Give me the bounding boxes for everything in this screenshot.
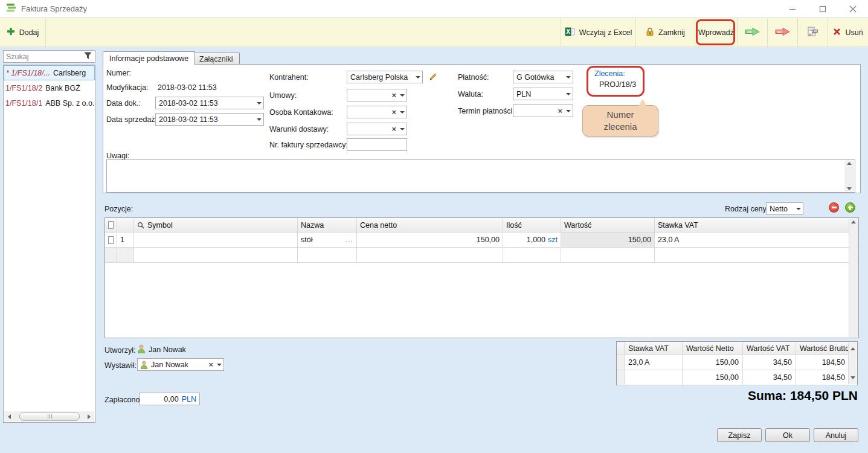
- clear-x-icon[interactable]: ×: [556, 107, 564, 115]
- chevron-down-icon[interactable]: [214, 359, 223, 370]
- vat-col-vat: Wartość VAT: [743, 342, 796, 355]
- svg-text:FSK: FSK: [812, 30, 818, 33]
- scrollbar-thumb[interactable]: [19, 412, 80, 421]
- warunki-dostawy-dropdown[interactable]: ×: [347, 123, 407, 135]
- scroll-left-icon[interactable]: [4, 411, 14, 422]
- search-input[interactable]: [4, 53, 84, 61]
- svg-text:ZK: ZK: [747, 30, 751, 33]
- chevron-down-icon[interactable]: [254, 114, 263, 125]
- clear-x-icon[interactable]: ×: [207, 361, 214, 368]
- scroll-up-icon[interactable]: [849, 347, 857, 350]
- uwagi-textarea[interactable]: [106, 159, 855, 193]
- column-header-wartosc[interactable]: Wartość: [561, 218, 655, 232]
- chevron-down-icon[interactable]: [397, 123, 407, 135]
- chevron-down-icon[interactable]: [397, 89, 407, 101]
- fsk-document-button[interactable]: FSK: [797, 18, 828, 47]
- edit-pencil-icon[interactable]: [428, 71, 437, 82]
- list-horizontal-scrollbar[interactable]: [4, 411, 94, 422]
- close-icon[interactable]: [838, 0, 868, 18]
- scroll-right-icon[interactable]: [84, 411, 94, 422]
- clear-x-icon[interactable]: ×: [390, 91, 397, 99]
- umowy-dropdown[interactable]: ×: [347, 89, 407, 101]
- list-item[interactable]: 1/FS1/18/2 Bank BGŻ: [4, 80, 95, 95]
- scroll-up-icon[interactable]: [844, 162, 854, 165]
- nr-faktury-label: Nr. faktury sprzedawcy:: [269, 141, 348, 149]
- cell-symbol[interactable]: [134, 233, 298, 247]
- enter-button[interactable]: Wprowadź: [695, 18, 737, 47]
- osoba-kontaktowa-dropdown[interactable]: ×: [347, 106, 407, 118]
- chevron-down-icon[interactable]: [397, 106, 407, 118]
- column-header-nazwa[interactable]: Nazwa: [298, 218, 357, 232]
- scroll-down-icon[interactable]: [849, 376, 857, 379]
- chevron-down-icon[interactable]: [413, 71, 422, 83]
- platnosc-label: Płatność:: [458, 73, 489, 82]
- list-item[interactable]: * 1/FS1/18/... Carlsberg: [4, 65, 95, 80]
- cell-cena-netto[interactable]: 150,00: [357, 233, 503, 247]
- basic-info-panel: Numer: Modyfikacja: 2018-03-02 11:53 Dat…: [103, 64, 861, 193]
- chevron-down-icon[interactable]: [564, 105, 573, 117]
- waluta-dropdown[interactable]: PLN: [513, 88, 573, 100]
- chevron-down-icon[interactable]: [564, 88, 573, 100]
- data-sprzedazy-dropdown[interactable]: 2018-03-02 11:53: [155, 113, 264, 126]
- tab-zalaczniki[interactable]: Załączniki: [193, 53, 240, 65]
- wystawil-dropdown[interactable]: Jan Nowak ×: [137, 358, 224, 371]
- zaplacono-label: Zapłacono:: [104, 396, 142, 404]
- nr-faktury-input[interactable]: [347, 138, 407, 151]
- platnosc-dropdown[interactable]: G Gotówka: [513, 71, 573, 83]
- modyfikacja-label: Modyfikacja:: [106, 83, 148, 92]
- maximize-icon[interactable]: [808, 0, 838, 18]
- list-item[interactable]: 1/FS1/18/1 ABB Sp. z o.o.: [4, 95, 95, 111]
- vat-summary-table: Stawka VAT Wartość Netto Wartość VAT War…: [616, 341, 858, 385]
- tab-informacje-podstawowe[interactable]: Informacje podstawowe: [103, 51, 195, 65]
- main-toolbar: Dodaj X Wczytaj z Excel Zamknij Wprowadź…: [0, 18, 868, 47]
- column-header-ilosc[interactable]: Ilość: [503, 218, 561, 232]
- chevron-down-icon[interactable]: [254, 97, 263, 109]
- clear-x-icon[interactable]: ×: [390, 108, 397, 116]
- wz-red-arrow-icon: WZ: [774, 27, 791, 38]
- delete-button[interactable]: Usuń: [828, 18, 868, 47]
- table-row[interactable]: 1 stół... 150,00 1,000szt 150,00 23,0 A: [105, 233, 858, 248]
- column-header-cena-netto[interactable]: Cena netto: [357, 218, 503, 232]
- kontrahent-dropdown[interactable]: Carlsberg Polska: [347, 71, 423, 83]
- chevron-down-icon[interactable]: [564, 71, 573, 83]
- unit-link[interactable]: szt: [548, 236, 558, 244]
- zlecenia-link[interactable]: Zlecenia:: [594, 69, 625, 78]
- cell-ilosc[interactable]: 1,000szt: [503, 233, 561, 247]
- window-title: Faktura Sprzedaży: [21, 4, 87, 13]
- save-button[interactable]: Zapisz: [717, 428, 762, 442]
- filter-funnel-icon[interactable]: [84, 52, 92, 61]
- ok-button[interactable]: Ok: [765, 428, 810, 442]
- items-grid-scrollbar[interactable]: [849, 219, 858, 337]
- umowy-label: Umowy:: [269, 91, 297, 100]
- minimize-icon[interactable]: [777, 0, 808, 18]
- cell-stawka-vat[interactable]: 23,0 A: [655, 233, 858, 247]
- termin-platnosci-label: Termin płatności:: [458, 107, 515, 115]
- lock-close-button[interactable]: Zamknij: [635, 18, 695, 47]
- rodzaj-ceny-dropdown[interactable]: Netto: [766, 202, 803, 215]
- termin-platnosci-dropdown[interactable]: ×: [513, 104, 573, 117]
- wz-arrow-button[interactable]: WZ: [767, 18, 797, 47]
- cell-nazwa[interactable]: stół...: [298, 233, 357, 247]
- cancel-button[interactable]: Anuluj: [814, 428, 858, 442]
- zk-arrow-button[interactable]: ZK: [737, 18, 767, 47]
- uwagi-scrollbar[interactable]: [844, 161, 854, 191]
- load-from-excel-button[interactable]: X Wczytaj z Excel: [561, 18, 635, 47]
- column-header-stawka-vat[interactable]: Stawka VAT: [655, 218, 858, 232]
- modyfikacja-value: 2018-03-02 11:53: [158, 83, 217, 92]
- select-all-checkbox[interactable]: [105, 218, 117, 232]
- chevron-down-icon[interactable]: [794, 203, 803, 214]
- vat-col-brutto: Wartość Brutto: [796, 342, 849, 355]
- zaplacono-input[interactable]: 0,00 PLN: [140, 393, 200, 405]
- add-row-button[interactable]: [845, 202, 855, 213]
- remove-row-button[interactable]: [829, 202, 839, 213]
- column-header-symbol[interactable]: Symbol: [134, 218, 298, 232]
- row-checkbox[interactable]: [105, 233, 117, 247]
- add-button[interactable]: Dodaj: [0, 18, 46, 47]
- scroll-up-icon[interactable]: [849, 220, 858, 223]
- clear-x-icon[interactable]: ×: [390, 125, 397, 133]
- vat-table-scrollbar[interactable]: [848, 342, 857, 384]
- browse-ellipsis-button[interactable]: ...: [346, 236, 353, 244]
- data-dok-dropdown[interactable]: 2018-03-02 11:53: [155, 97, 264, 109]
- table-row-new[interactable]: [105, 248, 858, 263]
- scroll-down-icon[interactable]: [844, 187, 854, 190]
